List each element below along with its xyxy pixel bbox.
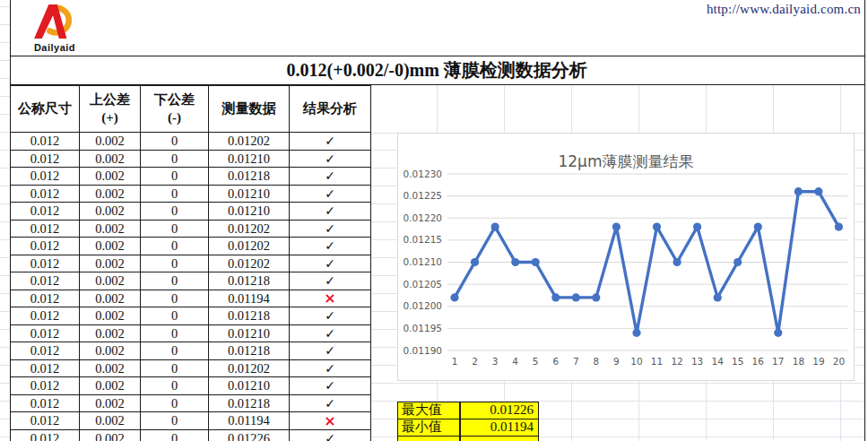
table-row: 0.0120.00200.01202✓	[11, 133, 371, 151]
chart-data-point	[511, 258, 519, 266]
cell-measured: 0.01210	[209, 377, 290, 395]
cell-measured: 0.01194	[209, 412, 290, 430]
cell-measured: 0.01210	[209, 150, 290, 168]
cell-measured: 0.01194	[209, 290, 290, 307]
result-fail-x-icon: ×	[290, 412, 371, 430]
x-axis-tick-label: 13	[691, 356, 703, 367]
cell-nominal: 0.012	[11, 272, 80, 290]
report-title: 0.012(+0.002/-0)mm 薄膜检测数据分析	[10, 56, 864, 85]
cell-nominal: 0.012	[11, 377, 80, 395]
cell-lower-tolerance: 0	[141, 238, 209, 255]
x-axis-tick-label: 4	[512, 356, 518, 367]
company-logo: Dailyaid	[23, 3, 86, 53]
cell-upper-tolerance: 0.002	[80, 238, 141, 255]
table-row: 0.0120.00200.01202✓	[11, 220, 371, 238]
table-row: 0.0120.00200.01218✓	[11, 394, 371, 412]
result-pass-check-icon: ✓	[290, 168, 371, 186]
cell-measured: 0.01210	[209, 185, 290, 203]
table-row: 0.0120.00200.01210✓	[11, 150, 371, 168]
cell-lower-tolerance: 0	[141, 185, 209, 203]
table-row: 0.0120.00200.01210✓	[11, 185, 371, 203]
x-axis-tick-label: 20	[833, 356, 845, 367]
chart-data-point	[491, 223, 499, 231]
cell-upper-tolerance: 0.002	[80, 377, 141, 395]
max-label: 最大值	[397, 402, 460, 419]
cell-lower-tolerance: 0	[141, 168, 209, 186]
cell-lower-tolerance: 0	[141, 272, 209, 290]
chart-data-point	[592, 293, 600, 301]
result-pass-check-icon: ✓	[290, 359, 371, 377]
y-axis-tick-label: 0.01200	[404, 300, 442, 311]
chart-data-point	[673, 258, 681, 266]
cell-nominal: 0.012	[11, 429, 80, 441]
cell-nominal: 0.012	[11, 394, 80, 412]
x-axis-tick-label: 19	[812, 356, 824, 367]
cell-lower-tolerance: 0	[141, 203, 209, 220]
cell-lower-tolerance: 0	[141, 255, 209, 272]
table-row: 0.0120.00200.01194×	[11, 412, 371, 430]
column-header-result: 结果分析	[290, 86, 371, 133]
cell-measured: 0.01210	[209, 203, 290, 220]
cell-upper-tolerance: 0.002	[80, 150, 141, 168]
table-header-row: 公称尺寸 上公差(+) 下公差(-) 测量数据 结果分析	[11, 86, 371, 133]
cell-nominal: 0.012	[11, 290, 80, 307]
x-axis-tick-label: 15	[732, 356, 743, 367]
result-pass-check-icon: ✓	[290, 185, 371, 203]
cell-nominal: 0.012	[11, 238, 80, 255]
cell-nominal: 0.012	[11, 168, 80, 186]
cell-measured: 0.01202	[209, 255, 290, 272]
x-axis-tick-label: 5	[533, 356, 539, 367]
chart-data-point	[471, 258, 479, 266]
cell-nominal: 0.012	[11, 359, 80, 377]
cell-upper-tolerance: 0.002	[80, 429, 141, 441]
cell-measured: 0.01202	[209, 220, 290, 238]
chart-data-point	[653, 223, 661, 231]
chart-data-point	[774, 329, 782, 337]
left-margin-gridlines	[0, 0, 10, 441]
result-pass-check-icon: ✓	[290, 133, 371, 151]
cell-lower-tolerance: 0	[141, 150, 209, 168]
y-axis-tick-label: 0.01220	[404, 212, 442, 223]
chart-title: 12μm薄膜测量结果	[558, 152, 693, 170]
y-axis-tick-label: 0.01190	[404, 345, 442, 356]
cell-lower-tolerance: 0	[141, 342, 209, 360]
cell-nominal: 0.012	[11, 342, 80, 360]
cell-lower-tolerance: 0	[141, 429, 209, 441]
cell-lower-tolerance: 0	[141, 377, 209, 395]
summary-partial-row	[397, 436, 539, 441]
chart-data-point	[814, 187, 822, 195]
cell-nominal: 0.012	[11, 133, 80, 151]
x-axis-tick-label: 14	[712, 356, 725, 367]
measurement-line-chart: 12μm薄膜测量结果0.011900.011950.012000.012050.…	[397, 133, 855, 381]
x-axis-tick-label: 2	[472, 356, 478, 367]
table-row: 0.0120.00200.01218✓	[11, 342, 371, 360]
min-label: 最小值	[397, 419, 460, 437]
cell-upper-tolerance: 0.002	[80, 359, 141, 377]
result-pass-check-icon: ✓	[290, 377, 371, 395]
result-fail-x-icon: ×	[290, 290, 371, 307]
x-axis-tick-label: 3	[492, 356, 499, 367]
min-value: 0.01194	[460, 419, 539, 437]
x-axis-tick-label: 18	[793, 356, 804, 367]
chart-data-point	[612, 223, 621, 231]
chart-data-point	[450, 293, 458, 301]
x-axis-tick-label: 8	[593, 356, 599, 367]
result-pass-check-icon: ✓	[290, 429, 371, 441]
cell-lower-tolerance: 0	[141, 412, 209, 430]
cell-measured: 0.01218	[209, 307, 290, 325]
chart-data-point	[733, 258, 742, 266]
cell-lower-tolerance: 0	[141, 307, 209, 325]
cell-upper-tolerance: 0.002	[80, 394, 141, 412]
x-axis-tick-label: 7	[573, 356, 579, 367]
result-pass-check-icon: ✓	[290, 220, 371, 238]
cell-upper-tolerance: 0.002	[80, 290, 141, 307]
table-row: 0.0120.00200.01194×	[11, 290, 371, 307]
x-axis-tick-label: 17	[772, 356, 784, 367]
cell-upper-tolerance: 0.002	[80, 342, 141, 360]
cell-measured: 0.01218	[209, 394, 290, 412]
website-url[interactable]: http://www.dailyaid.com.cn	[707, 2, 861, 17]
cell-measured: 0.01218	[209, 342, 290, 360]
cell-upper-tolerance: 0.002	[80, 168, 141, 186]
chart-data-point	[794, 187, 803, 195]
cell-upper-tolerance: 0.002	[80, 272, 141, 290]
